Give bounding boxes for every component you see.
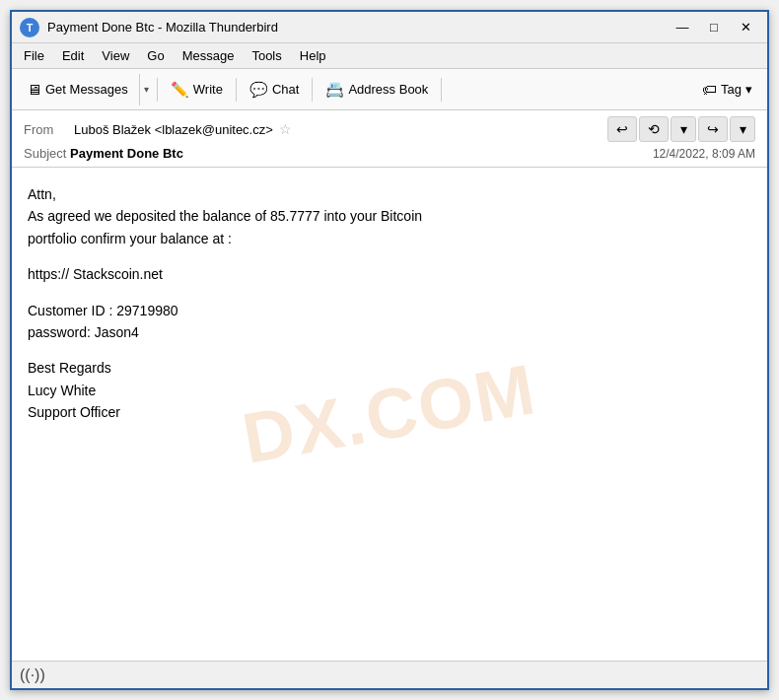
email-subject: Payment Done Btc <box>70 146 183 161</box>
body-line: Attn, <box>28 183 751 205</box>
email-subject-row: Subject Payment Done Btc 12/4/2022, 8:09… <box>24 146 755 161</box>
window-title: Payment Done Btc - Mozilla Thunderbird <box>47 20 661 35</box>
chat-icon: 💬 <box>249 81 268 99</box>
body-line: Support Officer <box>28 401 751 423</box>
body-line: portfolio confirm your balance at : <box>28 228 751 249</box>
email-from-left: From Luboš Blažek <lblazek@unitec.cz> ☆ <box>24 121 292 137</box>
toolbar: 🖥 Get Messages ▾ ✏️ Write 💬 Chat 📇 Addre… <box>12 69 767 110</box>
menu-file[interactable]: File <box>16 46 52 65</box>
body-line: Best Regards <box>28 357 751 379</box>
menu-message[interactable]: Message <box>175 46 243 65</box>
chat-label: Chat <box>272 82 299 97</box>
body-line: password: Jason4 <box>28 321 751 343</box>
write-icon: ✏️ <box>171 81 189 99</box>
app-icon: T <box>20 18 39 37</box>
email-body: DX.COM Attn,As agreed we deposited the b… <box>12 168 767 661</box>
address-book-label: Address Book <box>348 82 428 97</box>
from-address: Luboš Blažek <lblazek@unitec.cz> <box>74 122 273 137</box>
menu-edit[interactable]: Edit <box>54 46 92 65</box>
minimize-button[interactable]: — <box>669 17 696 38</box>
tag-icon: 🏷 <box>702 81 717 98</box>
menu-tools[interactable]: Tools <box>244 46 289 65</box>
write-label: Write <box>193 82 223 97</box>
reply-dropdown-button[interactable]: ▾ <box>671 116 696 142</box>
email-subject-left: Subject Payment Done Btc <box>24 146 183 161</box>
toolbar-separator-2 <box>236 78 237 102</box>
get-messages-dropdown[interactable]: ▾ <box>139 74 153 105</box>
body-spacer <box>28 249 751 263</box>
tag-dropdown-arrow: ▾ <box>745 82 752 97</box>
menu-help[interactable]: Help <box>292 46 334 65</box>
chat-button[interactable]: 💬 Chat <box>241 74 308 105</box>
write-button[interactable]: ✏️ Write <box>162 74 232 105</box>
titlebar: T Payment Done Btc - Mozilla Thunderbird… <box>12 12 767 43</box>
get-messages-button[interactable]: 🖥 Get Messages <box>18 74 137 105</box>
address-book-button[interactable]: 📇 Address Book <box>317 74 437 105</box>
menu-go[interactable]: Go <box>139 46 172 65</box>
forward-button[interactable]: ↪ <box>698 116 728 142</box>
body-spacer <box>28 286 751 300</box>
toolbar-separator-4 <box>441 78 442 102</box>
reply-all-button[interactable]: ⟲ <box>639 116 669 142</box>
connection-status-icon: ((·)) <box>20 666 45 684</box>
address-book-icon: 📇 <box>325 81 344 99</box>
subject-label: Subject <box>24 146 66 161</box>
maximize-button[interactable]: □ <box>700 17 728 38</box>
menu-view[interactable]: View <box>94 46 137 65</box>
email-body-content: Attn,As agreed we deposited the balance … <box>28 183 751 424</box>
body-line: As agreed we deposited the balance of 85… <box>28 205 751 227</box>
reply-button[interactable]: ↩ <box>607 116 637 142</box>
toolbar-separator-1 <box>157 78 158 102</box>
menubar: File Edit View Go Message Tools Help <box>12 43 767 69</box>
email-action-buttons: ↩ ⟲ ▾ ↪ ▾ <box>607 116 755 142</box>
favorite-star-icon[interactable]: ☆ <box>279 121 292 137</box>
email-from-row: From Luboš Blažek <lblazek@unitec.cz> ☆ … <box>24 116 755 142</box>
close-button[interactable]: ✕ <box>732 17 759 38</box>
body-line: https:// Stackscoin.net <box>28 263 751 285</box>
forward-dropdown-button[interactable]: ▾ <box>730 116 755 142</box>
from-label: From <box>24 122 68 137</box>
body-line: Customer ID : 29719980 <box>28 300 751 321</box>
main-window: T Payment Done Btc - Mozilla Thunderbird… <box>10 10 769 690</box>
window-controls: — □ ✕ <box>669 17 759 38</box>
get-messages-label: Get Messages <box>45 82 128 97</box>
email-header: From Luboš Blažek <lblazek@unitec.cz> ☆ … <box>12 110 767 168</box>
email-date: 12/4/2022, 8:09 AM <box>653 147 755 161</box>
tag-button[interactable]: 🏷 Tag ▾ <box>693 74 761 105</box>
body-line: Lucy White <box>28 380 751 401</box>
get-messages-icon: 🖥 <box>27 81 41 98</box>
tag-label: Tag <box>721 82 742 97</box>
toolbar-separator-3 <box>312 78 313 102</box>
body-spacer <box>28 343 751 357</box>
statusbar: ((·)) <box>12 661 767 688</box>
